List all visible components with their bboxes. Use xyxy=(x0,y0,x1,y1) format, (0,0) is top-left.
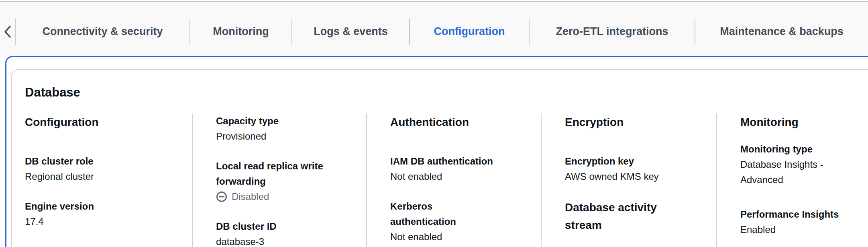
field-value: Provisioned xyxy=(216,129,354,144)
tab-zero-etl-integrations[interactable]: Zero-ETL integrations xyxy=(530,7,695,56)
section-heading: Encryption xyxy=(565,113,704,131)
section-authentication: Authentication IAM DB authentication Not… xyxy=(366,113,541,247)
field-value: Database Insights - Advanced xyxy=(740,157,868,187)
section-heading-database-activity-stream: Database activity stream xyxy=(565,199,704,234)
section-encryption: Encryption Encryption key AWS owned KMS … xyxy=(541,113,716,247)
tab-connectivity-security[interactable]: Connectivity & security xyxy=(16,7,189,56)
field-label: Monitoring type xyxy=(740,142,868,157)
field-value: Not enabled xyxy=(390,229,529,245)
section-heading: Monitoring xyxy=(740,113,868,131)
section-configuration: Configuration DB cluster role Regional c… xyxy=(25,113,192,247)
field-label: Performance Insights xyxy=(740,207,868,222)
tab-monitoring[interactable]: Monitoring xyxy=(190,7,291,56)
field-label: Local read replica write forwarding xyxy=(216,158,354,189)
field-label: Kerberos authentication xyxy=(390,199,529,229)
field-local-read-replica-write-forwarding: Local read replica write forwarding Disa… xyxy=(216,158,354,204)
field-engine-version: Engine version 17.4 xyxy=(25,199,180,229)
field-kerberos-authentication: Kerberos authentication Not enabled xyxy=(390,199,529,245)
field-value: 17.4 xyxy=(25,214,180,229)
summary-columns: Configuration DB cluster role Regional c… xyxy=(25,113,868,247)
field-db-cluster-role: DB cluster role Regional cluster xyxy=(25,154,180,184)
section-heading: Configuration xyxy=(25,113,180,131)
field-label: Capacity type xyxy=(216,113,354,129)
field-label: Engine version xyxy=(25,199,180,214)
field-capacity-type: Capacity type Provisioned xyxy=(216,113,354,144)
field-value: Not enabled xyxy=(390,169,529,184)
section-monitoring: Monitoring Monitoring type Database Insi… xyxy=(716,113,868,247)
rds-configuration-page: Connectivity & security Monitoring Logs … xyxy=(0,0,868,247)
detail-tabs: Connectivity & security Monitoring Logs … xyxy=(0,2,868,56)
minus-circle-icon xyxy=(216,191,227,202)
chevron-left-icon xyxy=(4,25,12,38)
tab-maintenance-backups[interactable]: Maintenance & backups xyxy=(695,7,868,56)
section-configuration-continued: Capacity type Provisioned Local read rep… xyxy=(192,113,366,247)
field-encryption-key: Encryption key AWS owned KMS key xyxy=(565,154,704,184)
field-label: IAM DB authentication xyxy=(390,154,529,169)
card-title: Database xyxy=(25,84,868,101)
field-value: database-3 xyxy=(216,234,354,247)
field-performance-insights: Performance Insights Enabled xyxy=(740,207,868,237)
tab-configuration[interactable]: Configuration xyxy=(410,7,529,56)
field-value: Regional cluster xyxy=(25,169,180,184)
tabs-scroll-left-button[interactable] xyxy=(0,7,15,56)
field-value: Enabled xyxy=(740,222,868,237)
status-row: Disabled xyxy=(216,189,354,204)
status-text: Disabled xyxy=(232,191,269,202)
field-label: Engine lifecycle support xyxy=(25,244,180,247)
field-engine-lifecycle-support: Engine lifecycle support xyxy=(25,244,180,247)
tab-logs-events[interactable]: Logs & events xyxy=(292,7,409,56)
field-label: Encryption key xyxy=(565,154,704,169)
field-monitoring-type: Monitoring type Database Insights - Adva… xyxy=(740,142,868,187)
field-db-cluster-id: DB cluster ID database-3 xyxy=(216,219,354,247)
database-card: Database Configuration DB cluster role R… xyxy=(11,69,868,247)
field-iam-db-authentication: IAM DB authentication Not enabled xyxy=(390,154,529,184)
field-value: AWS owned KMS key xyxy=(565,169,704,184)
section-heading: Authentication xyxy=(390,113,529,131)
field-label: DB cluster ID xyxy=(216,219,354,234)
field-label: DB cluster role xyxy=(25,154,180,169)
